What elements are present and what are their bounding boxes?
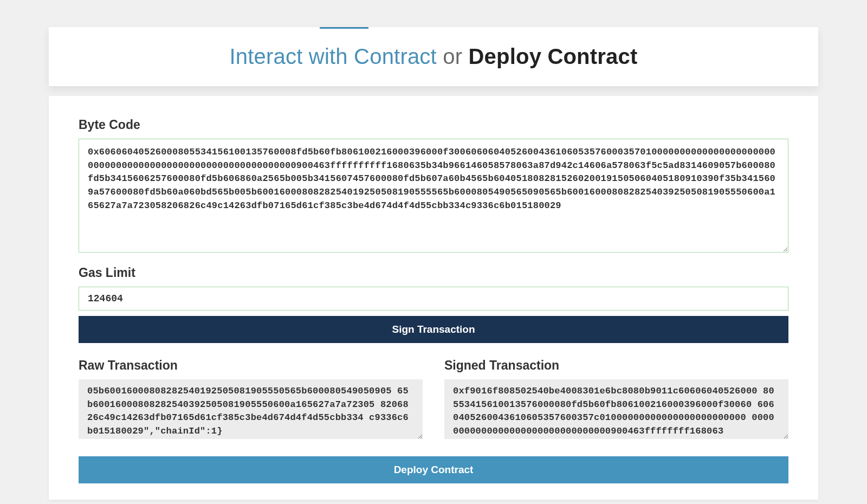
gas-limit-label: Gas Limit	[79, 266, 788, 280]
deploy-contract-button[interactable]: Deploy Contract	[79, 456, 788, 483]
tab-interact-link[interactable]: Interact with Contract	[230, 44, 437, 68]
bytecode-input[interactable]: 0x60606040526000805534156100135760008fd5…	[79, 139, 788, 253]
signed-transaction-label: Signed Transaction	[444, 358, 788, 373]
raw-transaction-output[interactable]: 05b60016000808282540192505081905550565b6…	[79, 379, 423, 439]
tab-deploy-active[interactable]: Deploy Contract	[469, 44, 638, 68]
raw-transaction-label: Raw Transaction	[79, 358, 423, 373]
title-separator: or	[443, 44, 462, 68]
sign-transaction-button[interactable]: Sign Transaction	[79, 316, 788, 343]
bytecode-label: Byte Code	[79, 118, 788, 132]
signed-transaction-output[interactable]: 0xf9016f808502540be4008301e6bc8080b9011c…	[444, 379, 788, 439]
page-title: Interact with Contract or Deploy Contrac…	[70, 44, 797, 69]
page-header-card: Interact with Contract or Deploy Contrac…	[49, 27, 818, 86]
active-tab-indicator	[320, 27, 368, 29]
form-card: Byte Code 0x6060604052600080553415610013…	[49, 96, 818, 500]
gas-limit-input[interactable]	[79, 287, 788, 311]
